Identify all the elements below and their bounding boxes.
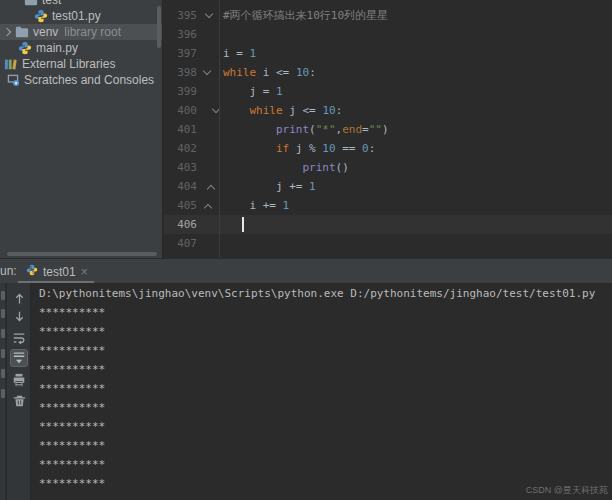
text-caret: [242, 217, 244, 232]
tree-item-label: venvlibrary root: [33, 25, 121, 39]
code-editor[interactable]: 394395#两个循环搞出来10行10列的星星396397i = 1398whi…: [164, 0, 612, 258]
code-text: print(): [223, 158, 349, 177]
run-label: un:: [0, 264, 17, 278]
soft-wrap-icon[interactable]: [10, 329, 28, 347]
tree-item-venv[interactable]: venvlibrary root: [0, 24, 163, 40]
fold-end-icon[interactable]: [208, 183, 215, 190]
editor-line-398[interactable]: 398while i <= 10:: [164, 63, 612, 82]
code-text: j = 1: [223, 82, 283, 101]
code-text: while j <= 10:: [223, 101, 342, 120]
tree-item-test01-py[interactable]: test01.py: [0, 8, 163, 24]
line-number: 403: [164, 158, 197, 177]
project-tool-window: testtest01.pyvenvlibrary rootmain.pyExte…: [0, 0, 163, 258]
clipped-toolbar-icon: [1, 291, 5, 300]
code-text: i = 1: [223, 44, 256, 63]
editor-line-395[interactable]: 395#两个循环搞出来10行10列的星星: [164, 6, 612, 25]
clipped-toolbar-icon: [1, 369, 5, 378]
scroll-up-icon[interactable]: [10, 289, 28, 307]
pycharm-window: testtest01.pyvenvlibrary rootmain.pyExte…: [0, 0, 612, 500]
tab-close-icon[interactable]: ×: [81, 266, 88, 278]
fold-start-icon[interactable]: [204, 69, 211, 76]
editor-line-405[interactable]: 405 i += 1: [164, 196, 612, 215]
editor-line-406[interactable]: 406: [164, 215, 612, 234]
code-text: print("*",end=""): [223, 120, 389, 139]
project-horizontal-scrollbar[interactable]: [7, 252, 157, 256]
clipped-toolbar-icon: [1, 309, 5, 318]
line-number: 399: [164, 82, 197, 101]
line-number: 404: [164, 177, 197, 196]
editor-line-402[interactable]: 402 if j % 10 == 0:: [164, 139, 612, 158]
editor-line-399[interactable]: 399 j = 1: [164, 82, 612, 101]
code-text: while i <= 10:: [223, 63, 316, 82]
tree-item-label: test: [42, 0, 61, 7]
external-libraries-icon: [4, 57, 18, 71]
line-number: 406: [164, 215, 197, 234]
code-text: #两个循环搞出来10行10列的星星: [223, 6, 388, 25]
run-left-toolbar-clipped: [0, 283, 6, 500]
code-text: j += 1: [223, 177, 316, 196]
gutter-separator: [219, 0, 220, 258]
editor-line-403[interactable]: 403 print(): [164, 158, 612, 177]
editor-line-404[interactable]: 404 j += 1: [164, 177, 612, 196]
line-number: 398: [164, 63, 197, 82]
python-logo-icon: [26, 264, 38, 279]
console-output: D:\pythonitems\jinghao\venv\Scripts\pyth…: [32, 283, 612, 500]
project-vertical-scrollbar[interactable]: [157, 6, 161, 48]
clipped-toolbar-icon: [1, 349, 5, 358]
tree-item-test[interactable]: test: [0, 0, 163, 8]
tree-item-suffix: library root: [58, 25, 121, 39]
tree-item-label: External Libraries: [22, 57, 115, 71]
tree-item-external-libraries[interactable]: External Libraries: [0, 56, 163, 72]
line-number: 397: [164, 44, 197, 63]
line-number: 402: [164, 139, 197, 158]
scroll-to-end-icon[interactable]: [10, 349, 28, 367]
code-text: if j % 10 == 0:: [223, 139, 375, 158]
run-tab-title: test01: [43, 265, 76, 279]
chevron-right-icon[interactable]: [3, 28, 11, 36]
csdn-watermark: CSDN @昱天科技苑: [526, 484, 608, 497]
editor-line-397[interactable]: 397i = 1: [164, 44, 612, 63]
tree-item-scratches-and-consoles[interactable]: Scratches and Consoles: [0, 72, 163, 88]
run-tab-test01[interactable]: test01 ×: [18, 259, 94, 284]
python-file-icon: [34, 9, 48, 23]
editor-line-407[interactable]: 407: [164, 234, 612, 253]
clipped-toolbar-icon: [1, 389, 5, 398]
editor-line-400[interactable]: 400 while j <= 10:: [164, 101, 612, 120]
scratches-icon: [6, 73, 20, 87]
run-tool-window-header: un: test01 ×: [0, 258, 612, 283]
scroll-down-icon[interactable]: [10, 307, 28, 325]
clipped-toolbar-icon: [1, 329, 5, 338]
line-number: 407: [164, 234, 197, 253]
run-console-panel: D:\pythonitems\jinghao\venv\Scripts\pyth…: [0, 283, 612, 500]
tree-item-label: Scratches and Consoles: [24, 73, 154, 87]
tree-item-label: main.py: [36, 41, 78, 55]
editor-line-396[interactable]: 396: [164, 25, 612, 44]
line-number: 400: [164, 101, 197, 120]
line-number: 401: [164, 120, 197, 139]
folder-icon: [24, 0, 38, 7]
line-number: 395: [164, 6, 197, 25]
python-file-icon: [18, 41, 32, 55]
console-toolbar: [7, 283, 31, 500]
fold-start-icon[interactable]: [206, 12, 213, 19]
line-number: 396: [164, 25, 197, 44]
fold-end-icon[interactable]: [205, 202, 212, 209]
clear-all-icon[interactable]: [10, 391, 28, 409]
code-text: i += 1: [223, 196, 289, 215]
print-icon[interactable]: [10, 371, 28, 389]
editor-line-401[interactable]: 401 print("*",end=""): [164, 120, 612, 139]
tree-item-main-py[interactable]: main.py: [0, 40, 163, 56]
line-number: 405: [164, 196, 197, 215]
code-text: [223, 215, 243, 234]
tree-item-label: test01.py: [52, 9, 101, 23]
folder-icon: [15, 25, 29, 39]
